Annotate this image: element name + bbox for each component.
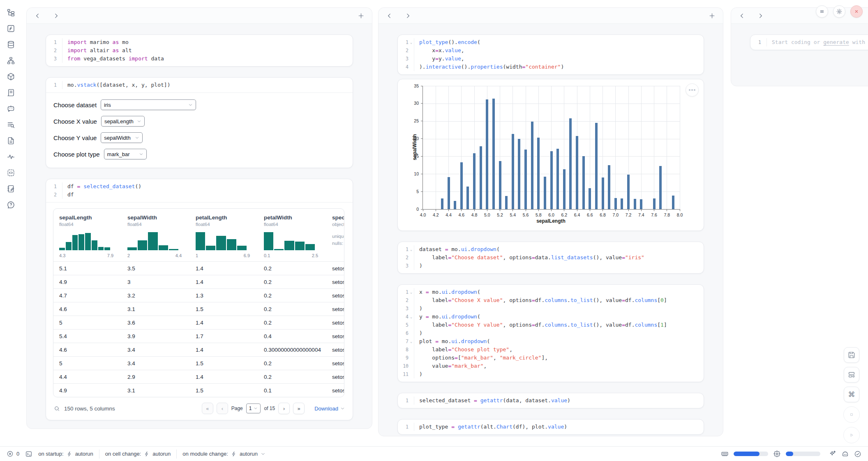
fold-chevron-icon[interactable]: ⌄ [409, 337, 414, 346]
connection-status-icon[interactable] [854, 450, 861, 458]
altair-bar-chart[interactable]: 051015202530354.04.24.44.64.85.05.25.45.… [398, 79, 704, 230]
column-prev-button[interactable] [386, 12, 393, 19]
column-header-sepalLength: sepalLengthfloat644.37.9 [53, 209, 122, 261]
settings-button[interactable] [833, 5, 845, 18]
dropdown-select[interactable]: sepalLength [101, 116, 145, 127]
chart-bar [672, 196, 674, 209]
save-button[interactable] [844, 347, 859, 363]
table-row: 4.73.21.30.2setosa [53, 288, 344, 302]
sidebar-documentation-icon[interactable] [6, 136, 16, 145]
chart-bar [550, 151, 553, 209]
menu-button[interactable] [816, 5, 828, 18]
status-bar: 0 on startup: autorun on cell change: au… [0, 446, 868, 461]
line-number: 3 [398, 55, 409, 63]
on-module-change-toggle[interactable]: on module change: autorun [182, 451, 265, 457]
sidebar-snippets-icon[interactable] [6, 168, 16, 177]
shutdown-button[interactable] [850, 5, 863, 18]
column-next-button[interactable] [404, 12, 411, 19]
add-cell-button[interactable] [358, 12, 365, 19]
code-editor[interactable]: 1 Start coding or generate with [750, 35, 868, 50]
sidebar-function-icon[interactable] [6, 23, 16, 33]
chart-bar [454, 201, 456, 209]
page-select[interactable]: 1 [246, 403, 261, 413]
cell-plot-code: 1⌄plot_type().encode(2 x=x.value,3 y=y.v… [397, 35, 704, 75]
add-cell-button[interactable] [709, 12, 716, 19]
last-page-button[interactable]: » [293, 403, 305, 414]
error-indicator[interactable]: 0 [7, 450, 19, 457]
chevron-down-icon [137, 119, 141, 124]
fold-chevron-icon[interactable]: ⌄ [409, 245, 414, 254]
column-prev-button[interactable] [34, 12, 41, 19]
sidebar-search-list-icon[interactable] [6, 120, 16, 129]
chart-bar [518, 139, 520, 209]
chart-bar [595, 123, 598, 209]
line-number: 1 [46, 38, 57, 46]
line-number: 2 [46, 191, 57, 199]
layout-icon [848, 371, 855, 378]
sidebar-scratchpad-icon[interactable] [6, 184, 16, 194]
layout-button[interactable] [844, 367, 859, 383]
chart-bar [602, 177, 604, 209]
chevron-down-icon [135, 136, 139, 140]
code-editor[interactable]: 1import marimo as mo2import altair as al… [46, 35, 353, 66]
sidebar-file-tree-icon[interactable] [6, 7, 16, 17]
table-row: 4.63.41.40.30000000000000004setosa [53, 343, 344, 356]
prev-page-button[interactable]: ‹ [217, 403, 228, 414]
column-next-button[interactable] [53, 12, 60, 19]
line-number: 2 [398, 296, 409, 304]
command-palette-button[interactable]: ⌘ [844, 387, 859, 402]
code-editor[interactable]: 1⌄dataset = mo.ui.dropdown(2 label="Choo… [398, 242, 704, 273]
code-editor[interactable]: 1df = selected_dataset()2df [46, 179, 353, 202]
fold-chevron-icon[interactable]: ⌄ [409, 288, 414, 296]
line-number: 1 [46, 182, 57, 191]
column-next-button[interactable] [757, 12, 764, 19]
sidebar-package-icon[interactable] [6, 71, 16, 81]
line-number: 1 [398, 38, 409, 46]
chart-plot-area[interactable]: 051015202530354.04.24.44.64.85.05.25.45.… [422, 86, 680, 210]
code-editor[interactable]: 1⌄plot_type().encode(2 x=x.value,3 y=y.v… [398, 35, 704, 74]
sidebar-script-log-icon[interactable] [6, 88, 16, 97]
fold-chevron-icon[interactable]: ⌄ [409, 313, 414, 321]
dropdown-label: Choose X value [53, 118, 97, 125]
assistant-icon[interactable] [841, 450, 849, 458]
on-startup-toggle[interactable]: on startup: autorun [38, 451, 93, 457]
notebook-column-1: 1import marimo as mo2import altair as al… [26, 7, 372, 429]
dropdown-select[interactable]: iris [101, 99, 196, 110]
chart-menu-button[interactable] [686, 83, 699, 97]
on-cell-change-toggle[interactable]: on cell change: autorun [105, 451, 171, 457]
generate-with-ai-link[interactable]: generate [823, 39, 849, 45]
line-number: 1 [398, 423, 409, 431]
chart-bar [473, 153, 476, 209]
next-page-button[interactable]: › [278, 403, 290, 414]
sidebar-database-icon[interactable] [6, 39, 16, 49]
code-editor[interactable]: 1selected_dataset = getattr(data, datase… [398, 393, 704, 408]
sidebar-activity-icon[interactable] [6, 152, 16, 161]
table-row: 5.13.51.40.2setosa [53, 261, 344, 275]
chart-bar [524, 150, 527, 209]
run-button[interactable] [843, 427, 860, 443]
line-number: 4 [398, 63, 409, 71]
column-2-topbar [379, 8, 723, 24]
search-icon[interactable] [54, 406, 60, 412]
right-action-rail: ⌘ [843, 347, 860, 443]
dropdown-label: Choose plot type [53, 151, 100, 158]
dropdown-select[interactable]: sepalWidth [101, 132, 143, 143]
fold-chevron-icon[interactable]: ⌄ [409, 38, 414, 46]
column-histogram [59, 232, 110, 250]
terminal-button[interactable] [25, 450, 32, 458]
sidebar-ai-chat-icon[interactable] [6, 104, 16, 113]
column-prev-button[interactable] [739, 12, 746, 19]
chart-bar [659, 166, 662, 209]
ai-sparkles-icon[interactable] [829, 450, 836, 458]
stop-button[interactable] [843, 406, 860, 423]
code-editor[interactable]: 1⌄x = mo.ui.dropdown(2 label="Choose X v… [398, 285, 704, 382]
code-editor[interactable]: 1mo.vstack([dataset, x, y, plot]) [46, 78, 353, 92]
line-number: 8 [398, 346, 409, 354]
dropdown-select[interactable]: mark_bar [104, 149, 147, 159]
sidebar-help-icon[interactable] [6, 200, 16, 210]
chart-bar [634, 199, 636, 209]
code-editor[interactable]: 1plot_type = getattr(alt.Chart(df), plot… [398, 420, 704, 434]
download-button[interactable]: Download [314, 406, 345, 412]
first-page-button[interactable]: « [202, 403, 213, 414]
sidebar-dependency-graph-icon[interactable] [6, 55, 16, 65]
